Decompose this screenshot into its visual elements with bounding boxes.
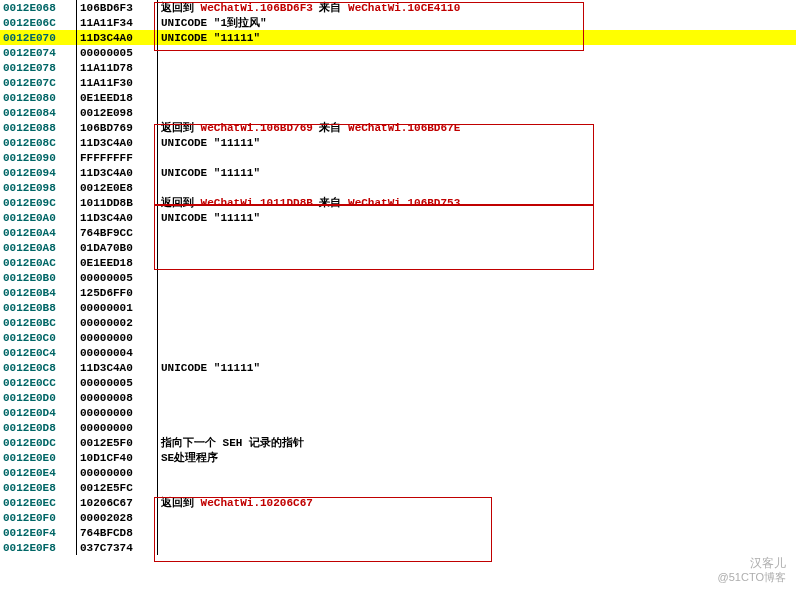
hex-cell[interactable]: 00000005 — [77, 45, 158, 60]
hex-cell[interactable]: 0012E5FC — [77, 480, 158, 495]
address-cell[interactable]: 0012E09C — [0, 195, 77, 210]
comment-cell[interactable]: UNICODE "11111" — [158, 30, 797, 45]
stack-row[interactable]: 0012E0B000000005 — [0, 270, 796, 285]
address-cell[interactable]: 0012E0D0 — [0, 390, 77, 405]
address-cell[interactable]: 0012E0C4 — [0, 345, 77, 360]
address-cell[interactable]: 0012E07C — [0, 75, 77, 90]
address-cell[interactable]: 0012E0F8 — [0, 540, 77, 555]
address-cell[interactable]: 0012E0C0 — [0, 330, 77, 345]
stack-row[interactable]: 0012E0F000002028 — [0, 510, 796, 525]
hex-cell[interactable]: 10D1CF40 — [77, 450, 158, 465]
comment-cell[interactable]: UNICODE "11111" — [158, 165, 797, 180]
stack-row[interactable]: 0012E07011D3C4A0UNICODE "11111" — [0, 30, 796, 45]
address-cell[interactable]: 0012E0A0 — [0, 210, 77, 225]
stack-row[interactable]: 0012E0B800000001 — [0, 300, 796, 315]
comment-cell[interactable]: UNICODE "11111" — [158, 360, 797, 375]
comment-cell[interactable] — [158, 105, 797, 120]
address-cell[interactable]: 0012E090 — [0, 150, 77, 165]
stack-row[interactable]: 0012E0BC00000002 — [0, 315, 796, 330]
comment-cell[interactable] — [158, 270, 797, 285]
hex-cell[interactable]: 1011DD8B — [77, 195, 158, 210]
address-cell[interactable]: 0012E0B8 — [0, 300, 77, 315]
comment-cell[interactable] — [158, 90, 797, 105]
hex-cell[interactable]: 11A11F30 — [77, 75, 158, 90]
comment-cell[interactable] — [158, 315, 797, 330]
comment-cell[interactable]: 返回到 WeChatWi.106BD6F3 来自 WeChatWi.10CE41… — [158, 0, 797, 15]
address-cell[interactable]: 0012E08C — [0, 135, 77, 150]
hex-cell[interactable]: 764BF9CC — [77, 225, 158, 240]
comment-cell[interactable] — [158, 375, 797, 390]
hex-cell[interactable]: 0012E5F0 — [77, 435, 158, 450]
stack-row[interactable]: 0012E090FFFFFFFF — [0, 150, 796, 165]
stack-row[interactable]: 0012E0EC10206C67返回到 WeChatWi.10206C67 — [0, 495, 796, 510]
hex-cell[interactable]: 11A11F34 — [77, 15, 158, 30]
stack-row[interactable]: 0012E07C11A11F30 — [0, 75, 796, 90]
stack-row[interactable]: 0012E06C11A11F34UNICODE "1到拉风" — [0, 15, 796, 30]
stack-row[interactable]: 0012E0F8037C7374 — [0, 540, 796, 555]
hex-cell[interactable]: 00002028 — [77, 510, 158, 525]
comment-cell[interactable] — [158, 45, 797, 60]
address-cell[interactable]: 0012E0AC — [0, 255, 77, 270]
stack-row[interactable]: 0012E068106BD6F3返回到 WeChatWi.106BD6F3 来自… — [0, 0, 796, 15]
stack-row[interactable]: 0012E0E80012E5FC — [0, 480, 796, 495]
comment-cell[interactable] — [158, 405, 797, 420]
comment-cell[interactable] — [158, 525, 797, 540]
stack-row[interactable]: 0012E0A801DA70B0 — [0, 240, 796, 255]
comment-cell[interactable] — [158, 150, 797, 165]
hex-cell[interactable]: 00000000 — [77, 405, 158, 420]
address-cell[interactable]: 0012E0E0 — [0, 450, 77, 465]
hex-cell[interactable]: 11D3C4A0 — [77, 210, 158, 225]
hex-cell[interactable]: 00000000 — [77, 465, 158, 480]
stack-row[interactable]: 0012E0F4764BFCD8 — [0, 525, 796, 540]
comment-cell[interactable]: SE处理程序 — [158, 450, 797, 465]
hex-cell[interactable]: 00000000 — [77, 330, 158, 345]
address-cell[interactable]: 0012E0C8 — [0, 360, 77, 375]
hex-cell[interactable]: 11D3C4A0 — [77, 135, 158, 150]
stack-row[interactable]: 0012E0800E1EED18 — [0, 90, 796, 105]
stack-row[interactable]: 0012E09C1011DD8B返回到 WeChatWi.1011DD8B 来自… — [0, 195, 796, 210]
hex-cell[interactable]: 0012E0E8 — [77, 180, 158, 195]
address-cell[interactable]: 0012E094 — [0, 165, 77, 180]
comment-cell[interactable] — [158, 180, 797, 195]
hex-cell[interactable]: 11D3C4A0 — [77, 360, 158, 375]
hex-cell[interactable]: 00000002 — [77, 315, 158, 330]
stack-row[interactable]: 0012E0A4764BF9CC — [0, 225, 796, 240]
address-cell[interactable]: 0012E088 — [0, 120, 77, 135]
comment-cell[interactable] — [158, 225, 797, 240]
comment-cell[interactable] — [158, 330, 797, 345]
hex-cell[interactable]: 11D3C4A0 — [77, 165, 158, 180]
hex-cell[interactable]: 11D3C4A0 — [77, 30, 158, 45]
address-cell[interactable]: 0012E0F0 — [0, 510, 77, 525]
hex-cell[interactable]: 0012E098 — [77, 105, 158, 120]
stack-row[interactable]: 0012E0AC0E1EED18 — [0, 255, 796, 270]
stack-row[interactable]: 0012E0C811D3C4A0UNICODE "11111" — [0, 360, 796, 375]
stack-row[interactable]: 0012E0B4125D6FF0 — [0, 285, 796, 300]
stack-row[interactable]: 0012E0D000000008 — [0, 390, 796, 405]
address-cell[interactable]: 0012E0A4 — [0, 225, 77, 240]
address-cell[interactable]: 0012E0BC — [0, 315, 77, 330]
address-cell[interactable]: 0012E080 — [0, 90, 77, 105]
address-cell[interactable]: 0012E0B0 — [0, 270, 77, 285]
address-cell[interactable]: 0012E070 — [0, 30, 77, 45]
address-cell[interactable]: 0012E06C — [0, 15, 77, 30]
comment-cell[interactable]: 指向下一个 SEH 记录的指针 — [158, 435, 797, 450]
address-cell[interactable]: 0012E0E8 — [0, 480, 77, 495]
comment-cell[interactable] — [158, 75, 797, 90]
comment-cell[interactable] — [158, 510, 797, 525]
address-cell[interactable]: 0012E0CC — [0, 375, 77, 390]
stack-row[interactable]: 0012E0A011D3C4A0UNICODE "11111" — [0, 210, 796, 225]
address-cell[interactable]: 0012E084 — [0, 105, 77, 120]
stack-row[interactable]: 0012E088106BD769返回到 WeChatWi.106BD769 来自… — [0, 120, 796, 135]
comment-cell[interactable]: UNICODE "1到拉风" — [158, 15, 797, 30]
stack-row[interactable]: 0012E0980012E0E8 — [0, 180, 796, 195]
comment-cell[interactable]: 返回到 WeChatWi.106BD769 来自 WeChatWi.106BD6… — [158, 120, 797, 135]
hex-cell[interactable]: 106BD769 — [77, 120, 158, 135]
comment-cell[interactable] — [158, 345, 797, 360]
address-cell[interactable]: 0012E0D4 — [0, 405, 77, 420]
comment-cell[interactable] — [158, 420, 797, 435]
hex-cell[interactable]: 0E1EED18 — [77, 90, 158, 105]
stack-row[interactable]: 0012E08C11D3C4A0UNICODE "11111" — [0, 135, 796, 150]
hex-cell[interactable]: 00000005 — [77, 270, 158, 285]
stack-row[interactable]: 0012E0DC0012E5F0指向下一个 SEH 记录的指针 — [0, 435, 796, 450]
address-cell[interactable]: 0012E0E4 — [0, 465, 77, 480]
